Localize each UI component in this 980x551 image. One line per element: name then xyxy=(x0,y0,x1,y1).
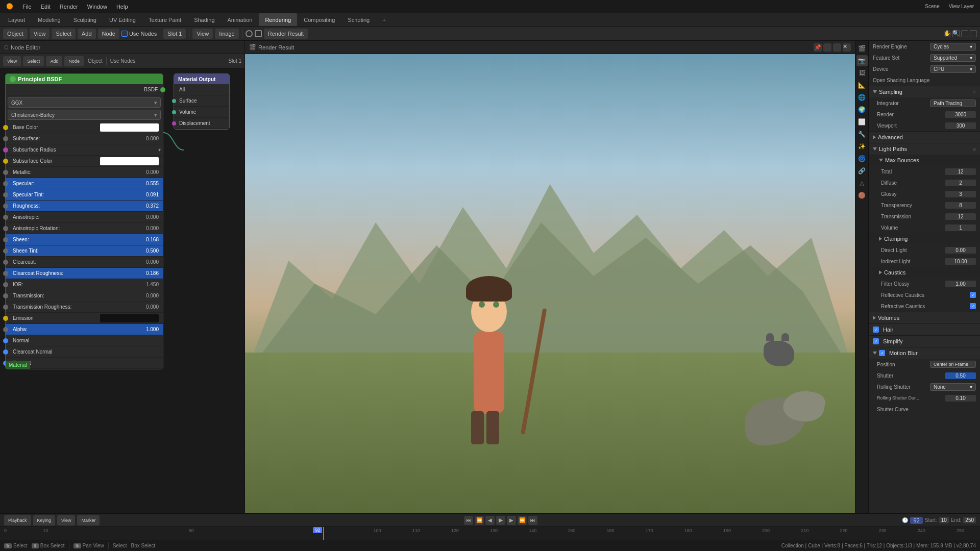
window-menu[interactable]: Window xyxy=(83,3,111,11)
volumes-header[interactable]: Volumes xyxy=(869,312,980,323)
edit-menu[interactable]: Edit xyxy=(37,3,55,11)
subsurface-color-row[interactable]: Subsurface Color xyxy=(6,156,163,167)
node-view-btn[interactable]: View xyxy=(3,56,21,66)
direct-light-value[interactable]: 0.00 xyxy=(945,247,976,254)
add-btn[interactable]: Add xyxy=(78,29,96,39)
sampling-header[interactable]: Sampling ≡ xyxy=(869,86,980,97)
simplify-header[interactable]: ✓ Simplify xyxy=(869,336,980,347)
ior-row[interactable]: IOR: 1.450 xyxy=(6,279,163,290)
file-menu[interactable]: File xyxy=(18,3,36,11)
current-frame[interactable]: 92 xyxy=(910,517,922,524)
prev-keyframe-btn[interactable]: ◀ xyxy=(485,516,495,525)
subsurface-row[interactable]: Subsurface: 0.000 xyxy=(6,133,163,144)
material-output-node[interactable]: Material Output All Surface Volume xyxy=(174,73,230,130)
transmission-value[interactable]: 12 xyxy=(945,213,976,220)
use-nodes-checkbox[interactable] xyxy=(121,31,128,37)
camera-icon[interactable] xyxy=(246,30,253,37)
playback-btn[interactable]: Playback xyxy=(4,515,31,525)
integrator-dropdown[interactable]: Path Tracing xyxy=(930,99,976,107)
total-value[interactable]: 12 xyxy=(945,168,976,175)
roughness-row[interactable]: Roughness: 0.372 xyxy=(6,201,163,212)
prop-icon-scene2[interactable]: 🌐 xyxy=(856,92,868,103)
indirect-light-value[interactable]: 10.00 xyxy=(945,258,976,265)
anisotropic-rotation-row[interactable]: Anisotropic Rotation: 0.000 xyxy=(6,223,163,234)
specular-row[interactable]: Specular: 0.555 xyxy=(6,178,163,189)
ws-tab-layout[interactable]: Layout xyxy=(2,13,31,26)
bsdf-node[interactable]: Principled BSDF BSDF GGX ▾ Christensen-B… xyxy=(5,73,163,369)
ws-tab-modeling[interactable]: Modeling xyxy=(32,13,67,26)
caustics-header[interactable]: Caustics xyxy=(869,267,980,278)
clearcoat-normal-row[interactable]: Clearcoat Normal xyxy=(6,346,163,358)
sheen-tint-row[interactable]: Sheen Tint: 0.500 xyxy=(6,245,163,257)
marker-btn[interactable]: Marker xyxy=(77,515,100,525)
render-close-icon[interactable]: ✕ xyxy=(843,43,851,52)
ws-tab-shading[interactable]: Shading xyxy=(188,13,220,26)
blender-menu[interactable]: 🟠 xyxy=(2,2,17,11)
device-dropdown[interactable]: CPU ▾ xyxy=(930,65,976,73)
view-timeline-btn[interactable]: View xyxy=(57,515,75,525)
diffuse-value[interactable]: 2 xyxy=(945,180,976,186)
feature-set-dropdown[interactable]: Supported ▾ xyxy=(930,54,976,62)
ws-tab-sculpting[interactable]: Sculpting xyxy=(67,13,103,26)
render-pin-icon[interactable]: 📌 xyxy=(814,43,822,52)
rolling-shutter-dur-value[interactable]: 0.10 xyxy=(945,395,976,402)
specular-tint-row[interactable]: Specular Tint: 0.091 xyxy=(6,189,163,201)
motion-blur-header[interactable]: ✓ Motion Blur xyxy=(869,347,980,359)
anisotropic-row[interactable]: Anisotropic: 0.000 xyxy=(6,212,163,223)
render-menu[interactable]: Render xyxy=(56,3,82,11)
volume-value[interactable]: 1 xyxy=(945,224,976,231)
motion-blur-checkbox[interactable]: ✓ xyxy=(879,350,885,356)
node-btn[interactable]: Node xyxy=(98,29,119,39)
ws-tab-uvediting[interactable]: UV Editing xyxy=(103,13,142,26)
emission-row[interactable]: Emission xyxy=(6,313,163,324)
position-dropdown[interactable]: Center on Frame xyxy=(930,361,976,368)
ws-tab-rendering[interactable]: Rendering xyxy=(259,13,297,26)
clearcoat-roughness-row[interactable]: Clearcoat Roughness: 0.186 xyxy=(6,268,163,279)
render-delete-icon[interactable] xyxy=(833,43,841,52)
play-btn[interactable]: ▶ xyxy=(496,516,505,525)
filter-glossy-value[interactable]: 1.00 xyxy=(945,281,976,287)
view-icon[interactable] xyxy=(255,30,262,37)
keying-btn[interactable]: Keying xyxy=(33,515,56,525)
step-back-btn[interactable]: ⏪ xyxy=(475,516,484,525)
settings-icon[interactable] xyxy=(970,30,977,37)
prop-icon-output[interactable]: 🖼 xyxy=(856,67,868,79)
prop-icon-constraints[interactable]: 🔗 xyxy=(856,165,868,177)
hair-header[interactable]: ✓ Hair xyxy=(869,324,980,335)
step-forward-btn[interactable]: ⏩ xyxy=(518,516,527,525)
render-engine-dropdown[interactable]: Cycles ▾ xyxy=(930,43,976,51)
ws-tab-texturepaint[interactable]: Texture Paint xyxy=(142,13,187,26)
prop-icon-scene[interactable]: 🎬 xyxy=(856,43,868,54)
rolling-shutter-dropdown[interactable]: None ▾ xyxy=(930,383,976,391)
advanced-header[interactable]: Advanced xyxy=(869,132,980,143)
next-keyframe-btn[interactable]: ▶ xyxy=(507,516,516,525)
transmission-row[interactable]: Transmission: 0.000 xyxy=(6,290,163,302)
render-result-btn[interactable]: Render Result xyxy=(264,29,308,39)
prop-icon-modifier[interactable]: 🔧 xyxy=(856,129,868,140)
output-all-row[interactable]: All xyxy=(174,84,229,95)
metallic-row[interactable]: Metallic: 0.000 xyxy=(6,167,163,178)
view2-btn[interactable]: View xyxy=(192,29,213,39)
viewport-samples-value[interactable]: 300 xyxy=(945,122,976,129)
ws-tab-compositing[interactable]: Compositing xyxy=(298,13,341,26)
simplify-checkbox[interactable]: ✓ xyxy=(873,338,879,344)
subsurface-radius-row[interactable]: Subsurface Radius ▾ xyxy=(6,144,163,156)
render-samples-value[interactable]: 3000 xyxy=(945,111,976,118)
ggx-dropdown[interactable]: GGX ▾ xyxy=(8,97,161,108)
output-displacement-row[interactable]: Displacement xyxy=(174,118,229,129)
prop-icon-object[interactable]: ⬜ xyxy=(856,116,868,128)
prop-icon-render[interactable]: 📷 xyxy=(856,55,868,66)
prop-icon-material[interactable]: 🟤 xyxy=(856,190,868,201)
transparency-value[interactable]: 8 xyxy=(945,202,976,209)
sheen-row[interactable]: Sheen: 0.168 xyxy=(6,234,163,245)
ws-tab-scripting[interactable]: Scripting xyxy=(341,13,376,26)
play-end-btn[interactable]: ⏭ xyxy=(528,516,537,525)
ws-tab-animation[interactable]: Animation xyxy=(222,13,259,26)
prop-icon-particles[interactable]: ✨ xyxy=(856,141,868,152)
object-mode-btn[interactable]: Object xyxy=(3,29,28,39)
glossy-value[interactable]: 3 xyxy=(945,191,976,197)
slot-btn[interactable]: Slot 1 xyxy=(163,29,186,39)
node-node-btn[interactable]: Node xyxy=(64,56,84,66)
ws-tab-add[interactable]: + xyxy=(376,13,391,26)
prop-icon-physics[interactable]: 🌀 xyxy=(856,153,868,164)
